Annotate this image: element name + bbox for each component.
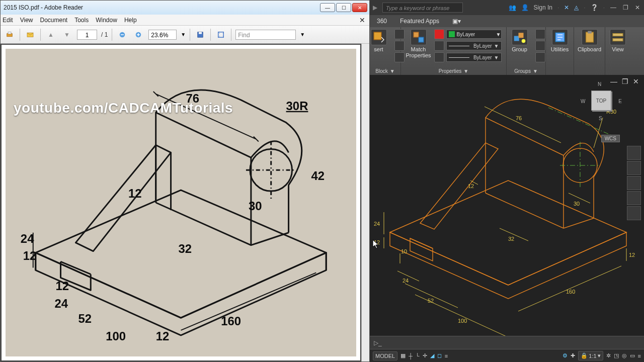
- help-icon[interactable]: ❔: [591, 4, 598, 11]
- maximize-button[interactable]: ☐: [336, 3, 351, 12]
- menu-document[interactable]: Document: [40, 17, 67, 24]
- grid-toggle-icon[interactable]: ▦: [400, 352, 406, 359]
- view-button[interactable]: View: [605, 29, 630, 52]
- close-button[interactable]: ✕: [352, 3, 367, 12]
- panel-groups: Group Groups ▼: [507, 27, 546, 75]
- svg-text:12: 12: [629, 252, 635, 258]
- workspace-switch-icon[interactable]: ✲: [606, 352, 611, 359]
- hardware-accel-icon[interactable]: ◳: [614, 352, 619, 359]
- group-mgr-icon[interactable]: [535, 52, 545, 62]
- ungroup-icon[interactable]: [535, 29, 545, 39]
- tab-360[interactable]: 360: [374, 16, 390, 26]
- infocenter-icon[interactable]: 👥: [509, 4, 516, 11]
- insert-button[interactable]: sert: [366, 29, 391, 52]
- email-icon[interactable]: [24, 29, 36, 41]
- nav-pan-icon[interactable]: [627, 161, 641, 175]
- vertical-scrollbar[interactable]: [361, 44, 369, 361]
- acad-restore-button[interactable]: ❐: [622, 4, 629, 11]
- menu-edit[interactable]: Edit: [3, 17, 13, 24]
- drawing-canvas[interactable]: — ❐ ✕: [370, 75, 644, 336]
- menu-view[interactable]: View: [20, 17, 33, 24]
- group-button[interactable]: Group: [507, 29, 532, 52]
- osnap-toggle-icon[interactable]: ◻: [437, 352, 442, 359]
- page-down-icon[interactable]: ▼: [61, 29, 73, 41]
- isolate-icon[interactable]: ◎: [622, 352, 627, 359]
- page-number-input[interactable]: 1: [77, 30, 97, 40]
- workspace-icon[interactable]: ⚙: [562, 352, 568, 359]
- polar-toggle-icon[interactable]: ✛: [423, 352, 427, 359]
- acad-close-button[interactable]: ✕: [634, 4, 641, 11]
- wcs-label[interactable]: WCS: [601, 135, 620, 142]
- acad-minimize-button[interactable]: —: [610, 4, 617, 11]
- tab-overflow-icon[interactable]: ▣▾: [452, 18, 461, 25]
- fit-page-icon[interactable]: [215, 29, 227, 41]
- snap-toggle-icon[interactable]: ┼: [409, 353, 413, 359]
- lineweight-toggle-icon[interactable]: ≡: [445, 353, 448, 359]
- reader-titlebar[interactable]: 2015 ISO.pdf - Adobe Reader — ☐ ✕: [1, 1, 369, 15]
- menu-window[interactable]: Window: [96, 17, 117, 24]
- mouse-cursor-icon: [372, 239, 379, 249]
- pdf-page[interactable]: 76 30R 42 30 12 32 24 12 12 24 52 100 12…: [1, 44, 361, 361]
- autocad-window: ▶ Type a keyword or phrase 👥 👤 Sign In ·…: [370, 0, 644, 362]
- layer-color-dropdown[interactable]: ByLayer▼: [446, 30, 502, 39]
- svg-text:76: 76: [516, 115, 522, 121]
- svg-rect-28: [414, 32, 419, 37]
- navigation-bar: [627, 146, 641, 220]
- match-properties-button[interactable]: Match Properties: [406, 29, 431, 58]
- group-edit-icon[interactable]: [535, 41, 545, 51]
- ribbon-tabs: 360 Featured Apps ▣▾: [370, 15, 644, 27]
- close-doc-icon[interactable]: ✕: [359, 16, 365, 24]
- lineweight-icon[interactable]: [434, 41, 444, 51]
- lineweight-dropdown[interactable]: ByLayer▼: [446, 41, 502, 50]
- find-input[interactable]: Find: [235, 30, 296, 40]
- nav-showmotion-icon[interactable]: [627, 206, 641, 220]
- keyword-search-input[interactable]: Type a keyword or phrase: [382, 3, 463, 13]
- find-dropdown-icon[interactable]: ▼: [300, 32, 305, 37]
- linetype-dropdown[interactable]: ByLayer▼: [446, 53, 502, 62]
- reader-body: 76 30R 42 30 12 32 24 12 12 24 52 100 12…: [1, 44, 369, 361]
- linetype-icon[interactable]: [434, 52, 444, 62]
- svg-text:24: 24: [374, 221, 380, 227]
- svg-text:32: 32: [179, 242, 192, 255]
- layer-color-icon[interactable]: [434, 29, 444, 39]
- annotation-monitor-icon[interactable]: ✚: [571, 352, 575, 359]
- nav-zoom-icon[interactable]: [627, 176, 641, 190]
- isodraft-toggle-icon[interactable]: ◢: [430, 352, 434, 359]
- nav-orbit-icon[interactable]: [627, 191, 641, 205]
- utilities-button[interactable]: Utilities: [547, 29, 573, 52]
- viewcube-face[interactable]: TOP: [591, 90, 611, 111]
- acad-titlebar[interactable]: ▶ Type a keyword or phrase 👥 👤 Sign In ·…: [370, 0, 644, 15]
- zoom-dropdown-icon[interactable]: ▼: [181, 32, 186, 37]
- customize-icon[interactable]: ≡: [638, 353, 641, 359]
- svg-text:42: 42: [311, 169, 325, 183]
- model-tab[interactable]: MODEL: [373, 351, 397, 360]
- cleanscreen-icon[interactable]: ▭: [630, 352, 635, 359]
- svg-rect-34: [586, 32, 593, 42]
- signin-link[interactable]: Sign In: [534, 4, 552, 11]
- command-line[interactable]: ▷_: [370, 336, 644, 349]
- clipboard-button[interactable]: Clipboard: [577, 29, 602, 52]
- svg-text:12: 12: [468, 183, 474, 189]
- anno-scale-button[interactable]: 🔒 1:1 ▾: [578, 351, 603, 360]
- svg-rect-31: [518, 33, 523, 38]
- print-icon[interactable]: [4, 29, 16, 41]
- user-icon[interactable]: 👤: [521, 4, 529, 11]
- svg-text:30R: 30R: [286, 99, 308, 113]
- menu-tools[interactable]: Tools: [74, 17, 89, 24]
- svg-text:24: 24: [403, 278, 409, 284]
- viewcube[interactable]: N W E S TOP: [583, 81, 620, 132]
- zoom-out-icon[interactable]: [116, 29, 128, 41]
- save-icon[interactable]: [194, 29, 206, 41]
- page-total-label: / 1: [101, 31, 108, 38]
- menu-help[interactable]: Help: [124, 17, 137, 24]
- ortho-toggle-icon[interactable]: └: [416, 353, 420, 359]
- reader-menubar: Edit View Document Tools Window Help ✕: [1, 15, 369, 26]
- autodesk-icon[interactable]: ◬: [574, 4, 579, 11]
- zoom-level-input[interactable]: 23.6%: [148, 30, 177, 40]
- exchange-icon[interactable]: ✕: [564, 4, 569, 11]
- page-up-icon[interactable]: ▲: [45, 29, 57, 41]
- tab-featured-apps[interactable]: Featured Apps: [397, 16, 442, 26]
- zoom-in-icon[interactable]: [132, 29, 144, 41]
- nav-wheel-icon[interactable]: [627, 146, 641, 160]
- minimize-button[interactable]: —: [320, 3, 335, 12]
